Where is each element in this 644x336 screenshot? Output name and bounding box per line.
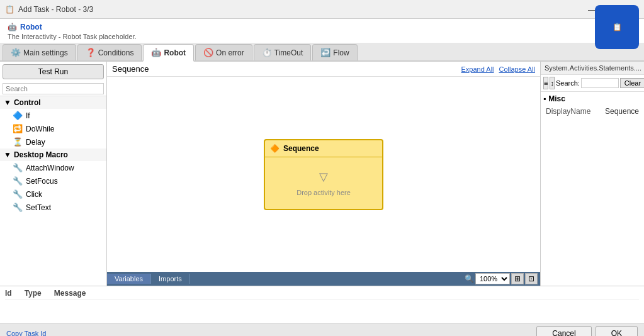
test-run-button[interactable]: Test Run — [3, 64, 104, 79]
misc-collapse-icon: ▪ — [543, 94, 546, 103]
tree-item-dowhile[interactable]: 🔁 DoWhile — [0, 122, 106, 135]
sequence-label: Sequence — [112, 64, 149, 74]
tab-conditions-label: Conditions — [98, 48, 134, 57]
misc-row-displayname: DisplayName Sequence — [543, 106, 641, 117]
tree-item-click-label: Click — [26, 190, 42, 199]
tabs-bar: ⚙️ Main settings ❓ Conditions 🤖 Robot 🚫 … — [0, 43, 644, 62]
desktop-macro-collapse-icon: ▼ — [4, 150, 11, 159]
tab-main-settings[interactable]: ⚙️ Main settings — [3, 44, 76, 60]
control-group-header[interactable]: ▼ Control — [0, 96, 106, 109]
tree-item-setfocus-label: SetFocus — [26, 177, 58, 186]
dowhile-icon: 🔁 — [13, 124, 23, 133]
tree-item-if[interactable]: 🔷 If — [0, 109, 106, 122]
bottom-buttons: Cancel OK — [536, 326, 638, 337]
tab-robot[interactable]: 🤖 Robot — [143, 44, 194, 62]
sequence-box-icon: 🔶 — [270, 144, 280, 153]
robot-tab-icon: 🤖 — [151, 48, 161, 57]
log-col-message: Message — [54, 289, 86, 298]
log-header: Id Type Message — [5, 289, 639, 300]
right-panel-search-input[interactable] — [581, 78, 619, 88]
misc-header: ▪ Misc — [543, 94, 641, 103]
tree-content: ▼ Control 🔷 If 🔁 DoWhile ⏳ Delay ▼ Deskt… — [0, 96, 106, 286]
tree-item-setfocus[interactable]: 🔧 SetFocus — [0, 174, 106, 188]
title-bar-left: 📋 Add Task - Robot - 3/3 — [5, 5, 93, 14]
misc-section: ▪ Misc DisplayName Sequence — [541, 92, 644, 120]
tab-timeout[interactable]: ⏱️ TimeOut — [254, 44, 312, 60]
tree-item-attachwindow-label: AttachWindow — [26, 164, 74, 172]
sequence-box: 🔶 Sequence ▽ Drop activity here — [264, 139, 383, 210]
drop-arrow-icon: ▽ — [319, 170, 328, 184]
control-group-label: Control — [14, 98, 41, 107]
cancel-button[interactable]: Cancel — [536, 326, 591, 337]
tree-item-dowhile-label: DoWhile — [26, 125, 54, 133]
tab-variables[interactable]: Variables — [107, 274, 151, 284]
click-icon: 🔧 — [13, 189, 23, 199]
robot-header: 🤖 Robot The Interactivity - Robot Task p… — [0, 19, 644, 43]
settext-icon: 🔧 — [13, 203, 23, 212]
panel-tool-btn-2[interactable]: ↕ — [550, 77, 555, 89]
tab-timeout-label: TimeOut — [274, 48, 303, 57]
attachwindow-icon: 🔧 — [13, 163, 23, 172]
left-panel: Test Run ▼ Control 🔷 If 🔁 DoWhile ⏳ Dela… — [0, 62, 107, 286]
bottom-tabs-right: 🔍 100% 50% 75% 125% 150% 200% ⊞ ⊡ — [465, 273, 540, 284]
collapse-all-button[interactable]: Collapse All — [499, 65, 535, 73]
desktop-macro-group-label: Desktop Macro — [14, 150, 68, 159]
zoom-search-icon: 🔍 — [465, 274, 474, 283]
tab-robot-label: Robot — [164, 48, 186, 57]
right-panel-header: System.Activities.Statements.... — [541, 62, 644, 75]
right-panel: System.Activities.Statements.... ≡ ↕ Sea… — [540, 62, 644, 286]
if-icon: 🔷 — [13, 111, 23, 120]
ok-button[interactable]: OK — [596, 326, 638, 337]
tab-imports[interactable]: Imports — [151, 274, 190, 284]
robot-title-icon: 🤖 — [8, 23, 17, 31]
robot-subtitle: The Interactivity - Robot Task placehold… — [8, 33, 636, 40]
flow-icon: ↩️ — [320, 48, 330, 57]
delay-icon: ⏳ — [13, 137, 23, 147]
tree-item-click[interactable]: 🔧 Click — [0, 188, 106, 201]
panel-tool-btn-1[interactable]: ≡ — [543, 77, 548, 89]
search-box — [0, 82, 106, 96]
zoom-full-button[interactable]: ⊡ — [525, 273, 538, 284]
conditions-icon: ❓ — [86, 48, 96, 57]
toolbar-right: Expand All Collapse All — [461, 65, 535, 73]
timeout-icon: ⏱️ — [262, 48, 272, 57]
center-area: Sequence Expand All Collapse All 🔶 Seque… — [107, 62, 540, 286]
misc-val-displayname: Sequence — [605, 107, 639, 116]
robot-icon: 📋 — [613, 23, 622, 31]
bottom-bar: Copy Task Id Cancel OK — [0, 323, 644, 336]
main-settings-icon: ⚙️ — [11, 48, 21, 57]
zoom-fit-button[interactable]: ⊞ — [511, 273, 524, 284]
robot-title-text: Robot — [20, 23, 42, 31]
robot-title: 🤖 Robot — [8, 23, 636, 31]
title-bar: 📋 Add Task - Robot - 3/3 — □ ✕ — [0, 0, 644, 19]
desktop-macro-group-header[interactable]: ▼ Desktop Macro — [0, 148, 106, 161]
main-content: Test Run ▼ Control 🔷 If 🔁 DoWhile ⏳ Dela… — [0, 62, 644, 286]
tree-item-settext[interactable]: 🔧 SetText — [0, 201, 106, 214]
sequence-box-title: Sequence — [283, 144, 319, 153]
tab-on-error[interactable]: 🚫 On error — [195, 44, 252, 60]
tree-item-attachwindow[interactable]: 🔧 AttachWindow — [0, 161, 106, 174]
tab-flow-label: Flow — [333, 48, 349, 57]
log-col-id: Id — [5, 289, 12, 298]
misc-label: Misc — [548, 94, 565, 103]
tree-item-delay[interactable]: ⏳ Delay — [0, 135, 106, 148]
control-collapse-icon: ▼ — [4, 98, 11, 107]
search-input[interactable] — [3, 83, 104, 94]
search-label: Search: — [556, 79, 580, 87]
tab-on-error-label: On error — [216, 48, 244, 57]
tab-flow[interactable]: ↩️ Flow — [312, 44, 357, 60]
setfocus-icon: 🔧 — [13, 176, 23, 186]
bottom-tabs-left: Variables Imports — [107, 274, 190, 284]
title-bar-text: Add Task - Robot - 3/3 — [18, 5, 93, 14]
expand-all-button[interactable]: Expand All — [461, 65, 494, 73]
clear-button[interactable]: Clear — [620, 78, 644, 88]
zoom-select[interactable]: 100% 50% 75% 125% 150% 200% — [475, 273, 510, 284]
tree-item-delay-label: Delay — [26, 138, 45, 147]
tab-main-settings-label: Main settings — [23, 48, 68, 57]
tab-conditions[interactable]: ❓ Conditions — [77, 44, 142, 60]
on-error-icon: 🚫 — [203, 48, 213, 57]
app-icon: 📋 — [5, 5, 14, 14]
right-panel-tools: ≡ ↕ Search: Clear — [541, 75, 644, 92]
sequence-box-body[interactable]: ▽ Drop activity here — [265, 157, 382, 209]
copy-task-link[interactable]: Copy Task Id — [6, 330, 46, 337]
